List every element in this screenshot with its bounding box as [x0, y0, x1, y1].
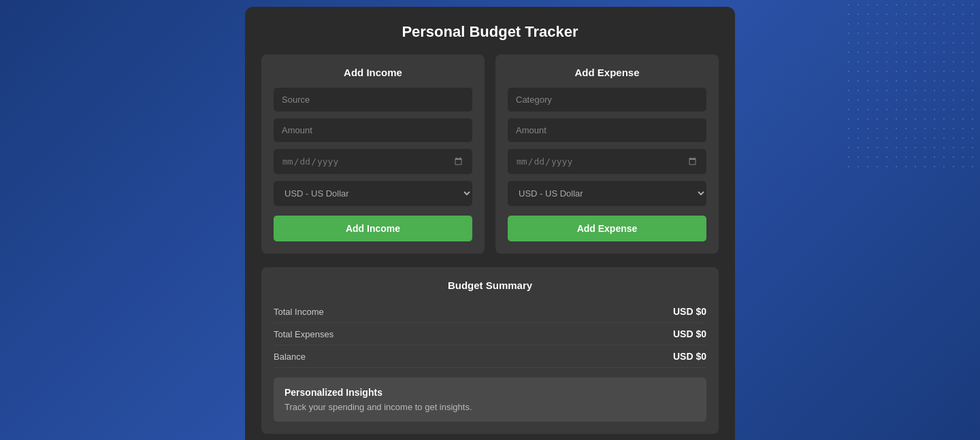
expense-amount-input[interactable] [508, 118, 706, 142]
total-expenses-value: USD $0 [673, 328, 706, 339]
insights-card: Personalized Insights Track your spendin… [274, 377, 706, 422]
income-source-input[interactable] [274, 88, 472, 112]
expense-category-input[interactable] [508, 88, 706, 112]
page-title: Personal Budget Tracker [261, 23, 719, 41]
income-form-title: Add Income [274, 67, 472, 78]
balance-label: Balance [274, 352, 306, 362]
insights-title: Personalized Insights [284, 387, 696, 398]
expense-form-title: Add Expense [508, 67, 706, 78]
income-form-card: Add Income USD - US Dollar EUR - Euro GB… [261, 54, 485, 254]
total-income-value: USD $0 [673, 306, 706, 317]
expense-form-card: Add Expense USD - US Dollar EUR - Euro G… [495, 54, 719, 254]
total-expenses-label: Total Expenses [274, 329, 333, 339]
add-expense-button[interactable]: Add Expense [508, 216, 706, 241]
income-amount-input[interactable] [274, 118, 472, 142]
add-income-button[interactable]: Add Income [274, 216, 472, 241]
balance-value: USD $0 [673, 351, 706, 362]
expense-currency-select[interactable]: USD - US Dollar EUR - Euro GBP - British… [508, 181, 706, 206]
income-date-input[interactable] [274, 149, 472, 174]
insights-text: Track your spending and income to get in… [284, 402, 696, 412]
total-income-row: Total Income USD $0 [274, 301, 706, 323]
total-income-label: Total Income [274, 307, 324, 317]
main-container: Personal Budget Tracker Add Income USD -… [245, 7, 735, 440]
forms-row: Add Income USD - US Dollar EUR - Euro GB… [261, 54, 719, 254]
budget-summary-section: Budget Summary Total Income USD $0 Total… [261, 267, 719, 434]
income-currency-select[interactable]: USD - US Dollar EUR - Euro GBP - British… [274, 181, 472, 206]
budget-summary-title: Budget Summary [274, 280, 706, 291]
total-expenses-row: Total Expenses USD $0 [274, 323, 706, 345]
balance-row: Balance USD $0 [274, 345, 706, 368]
expense-date-input[interactable] [508, 149, 706, 174]
